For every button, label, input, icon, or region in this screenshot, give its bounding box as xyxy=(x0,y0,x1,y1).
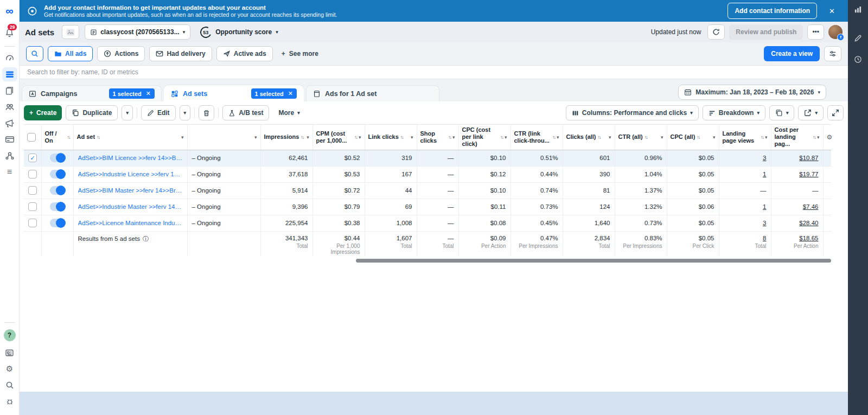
chevron-down-icon[interactable]: ▾ xyxy=(661,135,663,140)
expand-button[interactable] xyxy=(827,105,844,120)
ab-test-button[interactable]: A/B test xyxy=(222,105,269,120)
select-all-header[interactable]: ✓ xyxy=(24,125,41,150)
adset-toggle[interactable] xyxy=(50,154,65,162)
review-and-publish-button[interactable]: Review and publish xyxy=(729,24,803,40)
ad-account-selector[interactable]: classycost (2070565133... ▾ xyxy=(85,24,190,40)
col-cpm[interactable]: CPM (cost per 1,000...↑↓▾ xyxy=(312,125,365,150)
filter-search-button[interactable] xyxy=(26,46,43,61)
create-button[interactable]: +Create xyxy=(24,105,62,120)
chevron-down-icon[interactable]: ▾ xyxy=(505,135,507,140)
adset-toggle[interactable] xyxy=(50,202,65,211)
col-ad-set[interactable]: Ad set↑↓▾ xyxy=(73,125,187,150)
col-ctr[interactable]: CTR (link click-throu...↑↓▾ xyxy=(510,125,563,150)
history-button[interactable] xyxy=(854,55,862,66)
chevron-down-icon[interactable]: ▾ xyxy=(713,135,716,140)
meta-logo-icon[interactable]: ∞ xyxy=(5,5,13,16)
sort-icon[interactable]: ↑↓ xyxy=(97,135,99,140)
sidebar-item-ads[interactable] xyxy=(2,116,17,130)
row-checkbox[interactable]: ✓ xyxy=(28,186,37,195)
reports-button[interactable]: ▾ xyxy=(769,105,795,120)
chevron-down-icon[interactable]: ▾ xyxy=(817,135,820,140)
chevron-down-icon[interactable]: ▾ xyxy=(557,135,559,140)
account-thumbnail[interactable] xyxy=(62,25,79,39)
cell-landing-page-views[interactable]: 3 xyxy=(719,150,771,166)
tab-ad-sets[interactable]: Ad sets 1 selected✕ xyxy=(164,85,304,101)
banner-close-icon[interactable]: ✕ xyxy=(824,7,840,15)
adset-toggle[interactable] xyxy=(50,219,65,227)
cell-cost-per-landing-page[interactable]: $19.77 xyxy=(771,166,823,182)
sort-icon[interactable]: ↑↓ xyxy=(644,135,647,140)
edit-dropdown-button[interactable]: ▾ xyxy=(180,105,191,120)
sidebar-item-report-bug[interactable] xyxy=(2,394,17,408)
row-checkbox[interactable]: ✓ xyxy=(28,219,37,227)
col-link-clicks[interactable]: Link clicks↑↓▾ xyxy=(365,125,417,150)
help-button[interactable]: ? xyxy=(4,329,16,341)
horizontal-scrollbar[interactable] xyxy=(24,258,844,265)
sidebar-item-settings[interactable]: ⚙ xyxy=(2,362,17,376)
filter-chip-actions[interactable]: Actions xyxy=(97,46,145,61)
create-a-view-button[interactable]: Create a view xyxy=(764,46,820,61)
sort-icon[interactable]: ↑↓ xyxy=(67,135,70,140)
sort-icon[interactable]: ↑↓ xyxy=(448,135,451,140)
campaigns-selected-badge[interactable]: 1 selected✕ xyxy=(109,88,155,99)
row-checkbox[interactable]: ✓ xyxy=(28,202,37,211)
duplicate-button[interactable]: Duplicate xyxy=(66,105,118,120)
adset-toggle[interactable] xyxy=(50,170,65,178)
chevron-down-icon[interactable]: ▾ xyxy=(609,135,611,140)
export-button[interactable]: ▾ xyxy=(798,105,824,120)
col-off-on[interactable]: Off / On↑↓ xyxy=(41,125,73,150)
chevron-down-icon[interactable]: ▾ xyxy=(181,135,184,140)
breakdown-button[interactable]: Breakdown▾ xyxy=(703,105,765,120)
chevron-down-icon[interactable]: ▾ xyxy=(452,135,455,140)
sidebar-item-overview[interactable] xyxy=(2,51,17,65)
col-impressions[interactable]: Impressions↑↓▾ xyxy=(260,125,312,150)
close-icon[interactable]: ✕ xyxy=(288,90,293,97)
duplicate-dropdown-button[interactable]: ▾ xyxy=(122,105,133,120)
cell-landing-page-views[interactable]: 1 xyxy=(719,166,771,182)
cell-landing-page-views[interactable]: 1 xyxy=(719,199,771,215)
notifications-button[interactable]: 29 xyxy=(5,28,14,40)
sort-icon[interactable]: ↑↓ xyxy=(761,135,763,140)
adset-toggle[interactable] xyxy=(50,186,65,195)
edit-button[interactable]: Edit xyxy=(141,105,176,120)
avatar[interactable]: f xyxy=(828,25,843,39)
adsets-selected-badge[interactable]: 1 selected✕ xyxy=(251,88,297,99)
chevron-down-icon[interactable]: ▾ xyxy=(359,135,361,140)
cell-cost-per-landing-page[interactable]: $7.46 xyxy=(771,199,823,215)
row-checkbox[interactable]: ✓ xyxy=(28,170,37,178)
search-input[interactable] xyxy=(27,68,840,76)
tab-ads[interactable]: Ads for 1 Ad set xyxy=(306,85,439,101)
filter-chip-had-delivery[interactable]: Had delivery xyxy=(149,46,212,61)
sort-icon[interactable]: ↑↓ xyxy=(552,135,555,140)
column-settings-button[interactable]: ⚙ xyxy=(823,125,831,150)
adset-name-link[interactable]: AdSet>>Industrie Master >>ferv 14>>Broad xyxy=(78,203,183,210)
col-shop-clicks[interactable]: Shop clicks↑↓▾ xyxy=(417,125,458,150)
cell-landing-page-views[interactable]: 3 xyxy=(719,215,771,231)
sidebar-item-search[interactable] xyxy=(2,378,17,392)
sidebar-item-billing[interactable] xyxy=(2,132,17,146)
delete-button[interactable] xyxy=(199,105,214,120)
refresh-button[interactable] xyxy=(707,24,725,40)
columns-button[interactable]: Columns: Performance and clicks▾ xyxy=(566,105,699,120)
edit-panel-button[interactable] xyxy=(854,34,862,44)
view-settings-button[interactable] xyxy=(824,46,841,61)
chevron-down-icon[interactable]: ▾ xyxy=(765,135,768,140)
col-cpc-all[interactable]: CPC (all)↑↓▾ xyxy=(667,125,719,150)
row-checkbox[interactable]: ✓ xyxy=(28,154,37,162)
more-button[interactable]: More▾ xyxy=(273,105,305,120)
sort-icon[interactable]: ↑↓ xyxy=(500,135,503,140)
sidebar-item-audiences[interactable] xyxy=(2,100,17,114)
sort-icon[interactable]: ↑↓ xyxy=(301,135,303,140)
see-more-button[interactable]: + See more xyxy=(277,50,323,58)
col-ctr-all[interactable]: CTR (all)↑↓▾ xyxy=(615,125,667,150)
select-all-checkbox[interactable]: ✓ xyxy=(27,133,36,142)
col-landing-page-views[interactable]: Landing page views↑↓▾ xyxy=(719,125,771,150)
tab-campaigns[interactable]: Campaigns 1 selected✕ xyxy=(22,85,162,101)
col-delivery[interactable]: ▾ xyxy=(187,125,260,150)
sidebar-item-all-tools[interactable]: ≡ xyxy=(2,165,17,179)
more-options-button[interactable]: ••• xyxy=(807,24,824,40)
adset-name-link[interactable]: AdSet>>Industrie Licence >>ferv 14>>Broa… xyxy=(78,171,183,177)
sidebar-item-events-manager[interactable] xyxy=(2,149,17,163)
chevron-down-icon[interactable]: ▾ xyxy=(307,135,309,140)
performance-charts-button[interactable] xyxy=(854,5,862,16)
